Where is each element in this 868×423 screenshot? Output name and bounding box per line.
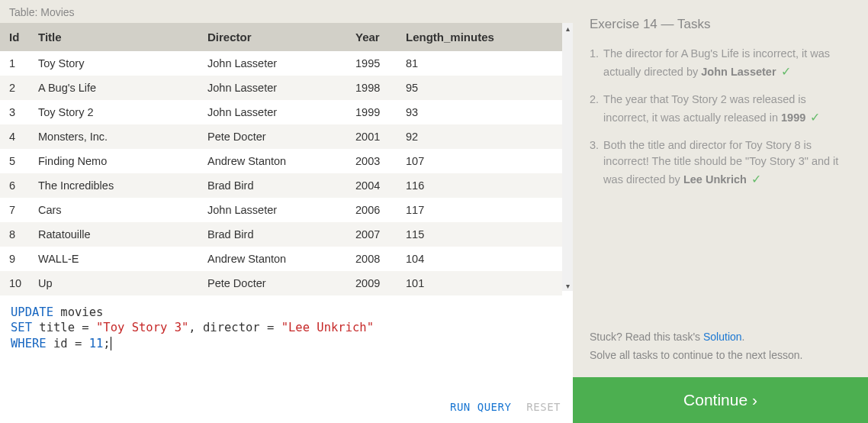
tok-director-val: "Lee Unkrich" xyxy=(281,321,374,334)
tok-title-val: "Toy Story 3" xyxy=(96,321,188,334)
kw-update: UPDATE xyxy=(11,305,53,319)
cell-id: 7 xyxy=(0,198,29,222)
kw-where: WHERE xyxy=(11,337,47,350)
col-title: Title xyxy=(29,23,198,51)
movies-table: Id Title Director Year Length_minutes 1T… xyxy=(0,23,562,295)
scroll-down-icon[interactable]: ▾ xyxy=(562,280,573,291)
table-label: Table: Movies xyxy=(0,0,573,23)
cell-title: Finding Nemo xyxy=(29,149,198,173)
cell-director: Andrew Stanton xyxy=(198,149,346,173)
cell-id: 3 xyxy=(0,100,29,124)
cell-title: Cars xyxy=(29,198,198,222)
editor-buttons: RUN QUERY RESET xyxy=(450,400,561,414)
cell-director: Pete Docter xyxy=(198,124,346,149)
cell-title: Monsters, Inc. xyxy=(29,124,198,149)
table-row: 4Monsters, Inc.Pete Docter200192 xyxy=(0,124,562,149)
cell-id: 10 xyxy=(0,271,29,295)
tok-movies: movies xyxy=(53,305,103,319)
table-row: 10UpPete Docter2009101 xyxy=(0,271,562,295)
cell-director: John Lasseter xyxy=(198,76,346,100)
cell-year: 2007 xyxy=(346,222,397,247)
tok-id-val: 11 xyxy=(89,337,104,350)
table-wrap: Id Title Director Year Length_minutes 1T… xyxy=(0,23,573,295)
left-panel: Table: Movies Id Title Director Year Len… xyxy=(0,0,573,423)
right-panel: Exercise 14 — Tasks The director for A B… xyxy=(573,0,868,423)
check-icon: ✓ xyxy=(810,111,820,124)
continue-button[interactable]: Continue › xyxy=(573,377,868,423)
table-scrollbar[interactable]: ▴ ▾ xyxy=(562,23,573,291)
table-row: 1Toy StoryJohn Lasseter199581 xyxy=(0,51,562,76)
cell-id: 9 xyxy=(0,247,29,271)
exercise-title: Exercise 14 — Tasks xyxy=(590,0,851,46)
task-item: The year that Toy Story 2 was released i… xyxy=(590,92,851,127)
cell-director: John Lasseter xyxy=(198,51,346,76)
col-id: Id xyxy=(0,23,29,51)
tok-title-eq: title = xyxy=(32,321,96,334)
cell-director: Brad Bird xyxy=(198,222,346,247)
cell-year: 2004 xyxy=(346,173,397,198)
scroll-up-icon[interactable]: ▴ xyxy=(562,23,573,34)
cell-year: 2008 xyxy=(346,247,397,271)
table-row: 5Finding NemoAndrew Stanton2003107 xyxy=(0,149,562,173)
cell-id: 5 xyxy=(0,149,29,173)
cell-director: John Lasseter xyxy=(198,198,346,222)
cell-len: 81 xyxy=(397,51,562,76)
table-row: 9WALL-EAndrew Stanton2008104 xyxy=(0,247,562,271)
tok-comma-dir: , director = xyxy=(188,321,281,334)
col-length: Length_minutes xyxy=(397,23,562,51)
cell-len: 115 xyxy=(397,222,562,247)
cell-year: 1995 xyxy=(346,51,397,76)
table-row: 7CarsJohn Lasseter2006117 xyxy=(0,198,562,222)
cell-year: 2001 xyxy=(346,124,397,149)
cell-year: 2006 xyxy=(346,198,397,222)
cell-len: 117 xyxy=(397,198,562,222)
stuck-post: . xyxy=(742,331,745,343)
col-director: Director xyxy=(198,23,346,51)
cell-title: Up xyxy=(29,271,198,295)
cursor xyxy=(111,337,111,350)
cell-director: Brad Bird xyxy=(198,173,346,198)
cell-title: WALL-E xyxy=(29,247,198,271)
table-row: 2A Bug's LifeJohn Lasseter199895 xyxy=(0,76,562,100)
table-row: 8RatatouilleBrad Bird2007115 xyxy=(0,222,562,247)
cell-len: 101 xyxy=(397,271,562,295)
reset-button[interactable]: RESET xyxy=(526,400,561,414)
solution-link[interactable]: Solution xyxy=(703,331,742,343)
task-text: The director for A Bug's Life is incorre… xyxy=(603,46,851,81)
stuck-pre: Stuck? Read this task's xyxy=(590,331,703,343)
cell-id: 2 xyxy=(0,76,29,100)
tok-id-eq: id = xyxy=(47,337,89,350)
cell-id: 1 xyxy=(0,51,29,76)
solve-all-text: Solve all tasks to continue to the next … xyxy=(590,347,851,365)
cell-director: Pete Docter xyxy=(198,271,346,295)
cell-title: Toy Story xyxy=(29,51,198,76)
cell-id: 6 xyxy=(0,173,29,198)
cell-year: 2009 xyxy=(346,271,397,295)
cell-len: 107 xyxy=(397,149,562,173)
cell-year: 1999 xyxy=(346,100,397,124)
cell-id: 8 xyxy=(0,222,29,247)
cell-len: 104 xyxy=(397,247,562,271)
check-icon: ✓ xyxy=(781,65,791,78)
sql-editor[interactable]: UPDATE movies SET title = "Toy Story 3",… xyxy=(0,295,573,423)
run-query-button[interactable]: RUN QUERY xyxy=(450,400,511,414)
cell-year: 2003 xyxy=(346,149,397,173)
cell-title: A Bug's Life xyxy=(29,76,198,100)
cell-director: John Lasseter xyxy=(198,100,346,124)
task-text: Both the title and director for Toy Stor… xyxy=(603,137,851,189)
stuck-block: Stuck? Read this task's Solution. Solve … xyxy=(590,328,851,377)
check-icon: ✓ xyxy=(751,173,761,186)
cell-len: 92 xyxy=(397,124,562,149)
table-header: Id Title Director Year Length_minutes xyxy=(0,23,562,51)
col-year: Year xyxy=(346,23,397,51)
table-row: 6The IncrediblesBrad Bird2004116 xyxy=(0,173,562,198)
task-text: The year that Toy Story 2 was released i… xyxy=(603,92,851,127)
cell-len: 95 xyxy=(397,76,562,100)
cell-len: 116 xyxy=(397,173,562,198)
table-row: 3Toy Story 2John Lasseter199993 xyxy=(0,100,562,124)
cell-year: 1998 xyxy=(346,76,397,100)
tok-semi: ; xyxy=(103,337,110,350)
tasks-list: The director for A Bug's Life is incorre… xyxy=(590,46,851,199)
cell-id: 4 xyxy=(0,124,29,149)
kw-set: SET xyxy=(11,321,32,334)
